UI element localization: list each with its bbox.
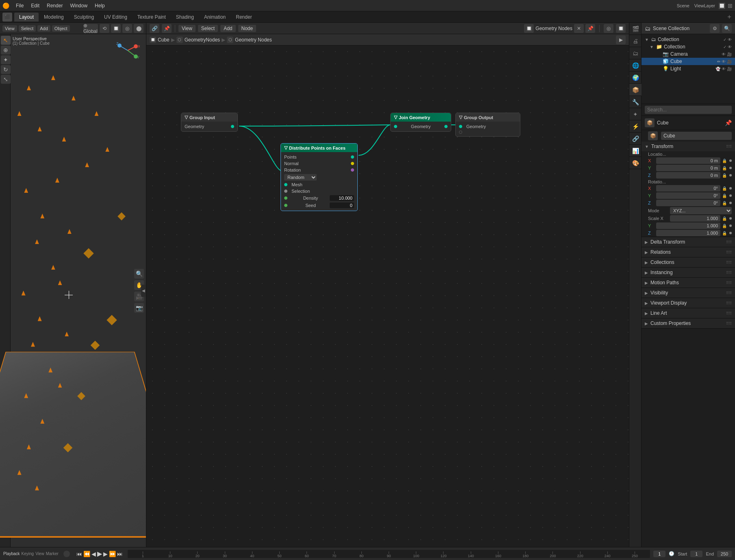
menu-render[interactable]: Render: [43, 2, 66, 9]
jump-end-btn[interactable]: ⏭: [117, 551, 123, 557]
density-input[interactable]: 10.000: [330, 195, 354, 201]
points-output-socket[interactable]: [351, 155, 354, 159]
object-props-icon[interactable]: 📦: [629, 84, 641, 96]
next-keyframe-btn[interactable]: ⏩: [109, 551, 116, 557]
outliner-collection[interactable]: ▼ 📁 Collection ✓ 👁: [641, 43, 735, 50]
pin-btn[interactable]: 📌: [162, 24, 172, 33]
node-canvas[interactable]: ▽ Group Input Geometry ▽ Distribute Poin…: [146, 46, 629, 547]
viewport-icon[interactable]: ⬛: [2, 13, 12, 22]
rot-x-value[interactable]: 0°: [656, 185, 720, 192]
tab-render[interactable]: Render: [231, 13, 257, 22]
playback-label[interactable]: Playback: [3, 551, 20, 556]
end-frame-input[interactable]: 250: [717, 551, 732, 557]
menu-help[interactable]: Help: [91, 2, 108, 9]
camera-icon[interactable]: 📷: [134, 303, 144, 313]
group-input-node[interactable]: ▽ Group Input Geometry: [181, 113, 238, 132]
rot-z-value[interactable]: 0°: [656, 200, 720, 206]
seed-input[interactable]: 0: [330, 203, 354, 208]
scene-props-icon[interactable]: 🌐: [629, 59, 641, 72]
rot-y-value[interactable]: 0°: [656, 192, 720, 199]
cursor-tool-btn[interactable]: ⊕: [1, 46, 11, 54]
particles-props-icon[interactable]: ✦: [629, 108, 641, 120]
relations-header[interactable]: ▶ Relations ⠿⠿: [641, 247, 735, 257]
instancing-header[interactable]: ▶ Instancing ⠿⠿: [641, 268, 735, 277]
render-props-icon[interactable]: 🎬: [629, 23, 641, 35]
seed-socket[interactable]: [284, 204, 287, 207]
transform-section-header[interactable]: ▼ Transform ⠿⠿: [641, 142, 735, 151]
viewport-add-btn[interactable]: Add: [37, 25, 50, 32]
loc-x-lock-icon[interactable]: 🔒: [722, 159, 727, 163]
node-select-btn[interactable]: Select: [198, 25, 218, 32]
menu-window[interactable]: Window: [67, 2, 91, 9]
scale-z-lock-icon[interactable]: 🔒: [722, 231, 727, 235]
start-frame-input[interactable]: 1: [690, 551, 702, 557]
outliner-filter-btn[interactable]: ⚙: [710, 24, 720, 33]
material-props-icon[interactable]: 🎨: [629, 157, 641, 169]
method-dropdown[interactable]: Random Poisson Disk: [284, 174, 317, 181]
viewport-collapse-btn[interactable]: ◀: [141, 285, 146, 297]
zoom-icon[interactable]: 🔍: [134, 269, 144, 279]
move-tool-btn[interactable]: ✦: [1, 55, 11, 64]
tab-sculpting[interactable]: Sculpting: [69, 13, 99, 22]
breadcrumb-geo-nodes[interactable]: GeometryNodes: [185, 37, 220, 43]
menu-edit[interactable]: Edit: [28, 2, 43, 9]
output-geometry-socket[interactable]: [459, 125, 462, 128]
geometry-output-socket[interactable]: [231, 125, 234, 128]
scale-y-lock-icon[interactable]: 🔒: [722, 224, 727, 228]
normal-output-socket[interactable]: [351, 162, 354, 165]
collections-header[interactable]: ▶ Collections ⠿⠿: [641, 257, 735, 267]
viewport-overlay-btn[interactable]: ◎: [122, 24, 132, 33]
scene-collection-view-icon[interactable]: 👁: [728, 37, 732, 42]
viewport-view-btn[interactable]: View: [2, 25, 17, 32]
rot-y-lock-icon[interactable]: 🔒: [722, 194, 727, 198]
keying-label[interactable]: Keying: [22, 551, 34, 556]
viewport-transform-btn[interactable]: ⟲: [100, 24, 109, 33]
join-geometry-output[interactable]: [444, 125, 448, 128]
data-props-icon[interactable]: 📊: [629, 145, 641, 157]
viewport-global-btn[interactable]: ⊕ Global: [83, 24, 98, 33]
rotation-mode-select[interactable]: XYZ... Quaternion Axis Angle: [670, 207, 732, 214]
scene-collection-render-icon[interactable]: ✓: [723, 37, 726, 42]
outliner-camera[interactable]: 📷 Camera 👁 🎥: [641, 50, 735, 58]
loc-z-value[interactable]: 0 m: [656, 172, 720, 179]
light-view-icon[interactable]: 👁: [722, 67, 726, 71]
rotate-tool-btn[interactable]: ↻: [1, 65, 11, 74]
jump-start-btn[interactable]: ⏮: [76, 551, 82, 557]
cube-edit-icon[interactable]: ✏: [717, 59, 720, 64]
tab-shading[interactable]: Shading: [171, 13, 199, 22]
scale-y-value[interactable]: 1.000: [656, 222, 720, 229]
loc-z-lock-icon[interactable]: 🔒: [722, 173, 727, 178]
distribute-points-node[interactable]: ▽ Distribute Points on Faces Points Norm…: [281, 143, 358, 211]
viewport-axis-widget[interactable]: X Y Z: [115, 38, 140, 63]
outliner-light[interactable]: 💡 Light 👻 👁 🎥: [641, 65, 735, 72]
line-art-header[interactable]: ▶ Line Art ⠿⠿: [641, 308, 735, 318]
join-geometry-input[interactable]: [394, 125, 397, 128]
current-frame-input[interactable]: 1: [653, 551, 665, 557]
play-btn[interactable]: ▶: [97, 550, 102, 558]
tab-modeling[interactable]: Modeling: [39, 13, 69, 22]
node-editor-type-btn[interactable]: 🔗: [150, 24, 159, 33]
node-add-btn[interactable]: Add: [220, 25, 235, 32]
tab-uv-editing[interactable]: UV Editing: [99, 13, 132, 22]
geo-nodes-close-btn[interactable]: ✕: [574, 24, 584, 33]
output-props-icon[interactable]: 🖨: [629, 35, 641, 47]
loc-x-value[interactable]: 0 m: [656, 157, 720, 164]
scale-tool-btn[interactable]: ⤡: [1, 75, 11, 84]
snapping-btn[interactable]: 🔲: [616, 24, 626, 33]
modifier-props-icon[interactable]: 🔧: [629, 96, 641, 108]
viewport-object-btn[interactable]: Object: [52, 25, 70, 32]
view-layer-props-icon[interactable]: 🗂: [629, 47, 641, 59]
motion-paths-header[interactable]: ▶ Motion Paths ⠿⠿: [641, 278, 735, 288]
cube-render-icon[interactable]: 🎥: [727, 59, 732, 64]
prev-keyframe-btn[interactable]: ⏪: [83, 551, 90, 557]
group-output-node[interactable]: ▽ Group Output Geometry: [455, 113, 520, 137]
rot-z-lock-icon[interactable]: 🔒: [722, 201, 727, 205]
viewport-shading-btn[interactable]: ⬤: [134, 24, 144, 33]
camera-view-icon[interactable]: 👁: [722, 52, 726, 57]
timeline-ruler[interactable]: 1 10 20 30 40 50: [128, 550, 650, 558]
outliner-search-btn[interactable]: 🔍: [722, 24, 732, 33]
delta-transform-header[interactable]: ▶ Delta Transform ⠿⠿: [641, 237, 735, 247]
node-view-btn[interactable]: View: [178, 25, 196, 32]
viewport-3d-canvas[interactable]: X Y Z User Perspective (1) Collection | …: [11, 34, 146, 547]
add-workspace-btn[interactable]: ＋: [726, 13, 733, 21]
